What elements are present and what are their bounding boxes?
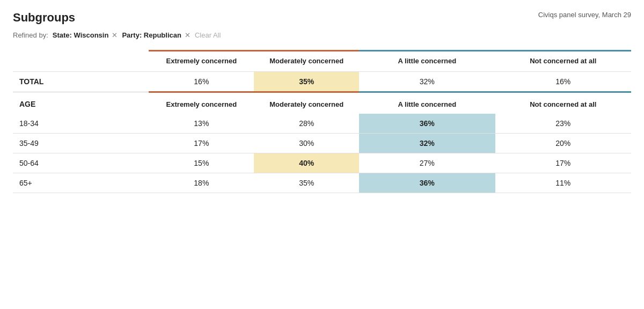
filter-party-label: Party: Republican (122, 31, 181, 39)
age-18-34-label: 18-34 (13, 114, 149, 134)
age-50-64-label: 50-64 (13, 153, 149, 173)
age-35-49-col1: 17% (149, 133, 254, 153)
col-moderately-header: Moderately concerned (254, 51, 359, 72)
age-35-49-col2: 30% (254, 133, 359, 153)
age-col-moderately: Moderately concerned (254, 92, 359, 114)
age-65plus-col4: 11% (495, 173, 631, 193)
survey-source: Civiqs panel survey, March 29 (538, 11, 631, 19)
total-label: TOTAL (13, 71, 149, 92)
age-18-34-col4: 23% (495, 114, 631, 134)
age-35-49-row: 35-49 17% 30% 32% 20% (13, 133, 631, 153)
age-label: AGE (13, 92, 149, 114)
total-col1: 16% (149, 71, 254, 92)
age-65plus-col2: 35% (254, 173, 359, 193)
total-col4: 16% (495, 71, 631, 92)
age-18-34-col1: 13% (149, 114, 254, 134)
age-65plus-col3: 36% (359, 173, 495, 193)
age-50-64-col3: 27% (359, 153, 495, 173)
age-col-extremely: Extremely concerned (149, 92, 254, 114)
age-50-64-col2: 40% (254, 153, 359, 173)
age-18-34-col2: 28% (254, 114, 359, 134)
filter-state-wisconsin[interactable]: State: Wisconsin ✕ (53, 31, 118, 39)
col-little-header: A little concerned (359, 51, 495, 72)
page-header: Subgroups Civiqs panel survey, March 29 (13, 11, 631, 25)
age-50-64-row: 50-64 15% 40% 27% 17% (13, 153, 631, 173)
age-50-64-col4: 17% (495, 153, 631, 173)
total-col3: 32% (359, 71, 495, 92)
age-35-49-label: 35-49 (13, 133, 149, 153)
filter-state-label: State: Wisconsin (53, 31, 109, 39)
filter-party-remove-icon[interactable]: ✕ (185, 31, 191, 39)
filter-label: Refined by: (13, 31, 48, 39)
age-35-49-col3: 32% (359, 133, 495, 153)
subgroups-table: Extremely concerned Moderately concerned… (13, 50, 631, 193)
age-col-little: A little concerned (359, 92, 495, 114)
col-not-header: Not concerned at all (495, 51, 631, 72)
age-50-64-col1: 15% (149, 153, 254, 173)
clear-all-button[interactable]: Clear All (195, 31, 221, 39)
filter-row: Refined by: State: Wisconsin ✕ Party: Re… (13, 31, 631, 39)
age-65plus-label: 65+ (13, 173, 149, 193)
header-row: Extremely concerned Moderately concerned… (13, 51, 631, 72)
age-col-not: Not concerned at all (495, 92, 631, 114)
age-18-34-row: 18-34 13% 28% 36% 23% (13, 114, 631, 134)
age-18-34-col3: 36% (359, 114, 495, 134)
filter-state-remove-icon[interactable]: ✕ (112, 31, 118, 39)
total-col2: 35% (254, 71, 359, 92)
col-extremely-header: Extremely concerned (149, 51, 254, 72)
filter-party-republican[interactable]: Party: Republican ✕ (122, 31, 191, 39)
col-label-header (13, 51, 149, 72)
age-35-49-col4: 20% (495, 133, 631, 153)
age-65plus-col1: 18% (149, 173, 254, 193)
total-row: TOTAL 16% 35% 32% 16% (13, 71, 631, 92)
age-65plus-row: 65+ 18% 35% 36% 11% (13, 173, 631, 193)
age-section-header: AGE Extremely concerned Moderately conce… (13, 92, 631, 114)
page-title: Subgroups (13, 11, 75, 25)
